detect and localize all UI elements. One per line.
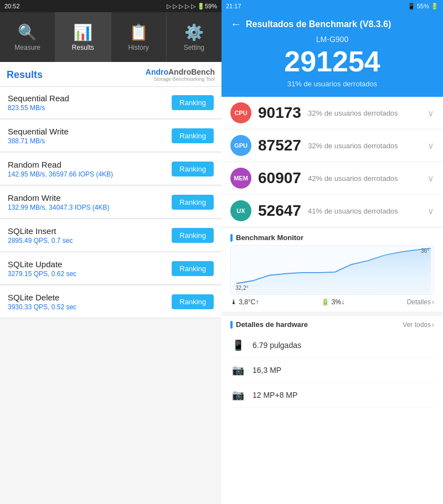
benchmark-item: SQLite Delete 3930.33 QPS, 0.52 sec Rank… <box>0 286 222 318</box>
chevron-down-icon: ∨ <box>427 108 434 118</box>
benchmark-item-value: 823.55 MB/s <box>8 104 69 112</box>
ranking-button[interactable]: Ranking <box>172 195 214 210</box>
ver-todos-link[interactable]: Ver todos › <box>403 321 434 329</box>
benchmark-item: Random Read 142.95 MB/s, 36597.66 IOPS (… <box>0 153 222 185</box>
benchmark-item-name: Sequential Read <box>8 93 69 103</box>
benchmark-item-info: Random Read 142.95 MB/s, 36597.66 IOPS (… <box>8 160 113 178</box>
monitor-section: Benchmark Monitor 32,2° 36° 🌡 3,8°C↑ 🔋 3… <box>222 227 443 311</box>
score-number: 90173 <box>258 104 308 122</box>
hardware-header: Detalles de hardware Ver todos › <box>230 320 434 329</box>
results-header: Results AndroAndroBench Storage Benchmar… <box>0 62 222 87</box>
hardware-section: Detalles de hardware Ver todos › 📱 6.79 … <box>222 311 443 411</box>
benchmark-item-name: Sequential Write <box>8 127 69 136</box>
time-left: 20:52 <box>4 3 20 9</box>
battery-stat: 🔋 3%↓ <box>321 298 344 306</box>
nav-tabs: 🔍 Measure 📊 Results 📋 History ⚙️ Setting <box>0 12 222 62</box>
chevron-down-icon: ∨ <box>427 173 434 184</box>
hardware-item: 📷 16,3 MP <box>230 358 434 383</box>
chart-start-label: 32,2° <box>235 285 248 291</box>
tab-history[interactable]: 📋 History <box>111 12 167 62</box>
hardware-item-icon: 📷 <box>230 362 246 378</box>
detalles-chevron-icon: › <box>432 298 434 306</box>
results-icon: 📊 <box>73 23 92 41</box>
score-row[interactable]: GPU 87527 32% de usuarios derrotados ∨ <box>222 129 443 162</box>
status-bar-right: 21:17 📱 55% 🔋 <box>222 0 443 12</box>
score-badge-gpu: GPU <box>230 135 251 156</box>
benchmark-item-info: SQLite Update 3279.15 QPS, 0.62 sec <box>8 259 76 278</box>
benchmark-item: Random Write 132.99 MB/s, 34047.3 IOPS (… <box>0 186 222 219</box>
detalles-link[interactable]: Detalles › <box>407 298 434 306</box>
score-number: 60907 <box>258 169 308 187</box>
benchmark-item-name: SQLite Delete <box>8 293 76 302</box>
logo-text: AndroAndroBench <box>146 67 215 76</box>
tab-setting[interactable]: ⚙️ Setting <box>167 12 222 62</box>
ranking-button[interactable]: Ranking <box>172 128 214 143</box>
benchmark-item-info: Random Write 132.99 MB/s, 34047.3 IOPS (… <box>8 193 109 211</box>
score-row[interactable]: CPU 90173 32% de usuarios derrotados ∨ <box>222 97 443 129</box>
history-icon: 📋 <box>129 23 148 41</box>
score-badge-ux: UX <box>230 200 251 221</box>
score-row[interactable]: MEM 60907 42% de usuarios derrotados ∨ <box>222 162 443 195</box>
benchmark-item-info: Sequential Read 823.55 MB/s <box>8 93 69 112</box>
monitor-title: Benchmark Monitor <box>230 233 434 242</box>
chevron-down-icon: ∨ <box>427 141 434 151</box>
hardware-item-icon: 📷 <box>230 387 246 403</box>
hardware-item: 📱 6.79 pulgadas <box>230 333 434 358</box>
score-pct: 41% de usuarios derrotados <box>308 207 427 215</box>
benchmark-item: Sequential Read 823.55 MB/s Ranking <box>0 87 222 119</box>
benchmark-item-name: SQLite Insert <box>8 226 73 236</box>
right-panel: 21:17 📱 55% 🔋 ← Resultados de Benchmark … <box>222 0 443 504</box>
chart-end-label: 36° <box>421 248 429 254</box>
benchmark-item-value: 388.71 MB/s <box>8 137 69 145</box>
hardware-item-icon: 📱 <box>230 337 246 353</box>
tab-history-label: History <box>128 44 148 51</box>
score-badge-cpu: CPU <box>230 102 251 123</box>
back-button[interactable]: ← <box>230 18 241 30</box>
antutu-header-top: ← Resultados de Benchmark (V8.3.6) <box>230 18 434 30</box>
tab-results-label: Results <box>72 44 94 51</box>
benchmark-item-value: 3930.33 QPS, 0.52 sec <box>8 303 76 311</box>
hardware-title: Detalles de hardware <box>230 320 308 329</box>
total-score: 291254 <box>230 46 434 77</box>
svg-marker-0 <box>236 248 431 294</box>
benchmark-item-name: Random Write <box>8 193 109 202</box>
monitor-stats: 🌡 3,8°C↑ 🔋 3%↓ Detalles › <box>230 295 434 308</box>
benchmark-item: Sequential Write 388.71 MB/s Ranking <box>0 120 222 152</box>
hardware-item-text: 12 MP+8 MP <box>253 391 297 399</box>
tab-setting-label: Setting <box>184 44 204 51</box>
hardware-item-text: 6.79 pulgadas <box>253 341 301 350</box>
antutu-header: ← Resultados de Benchmark (V8.3.6) LM-G9… <box>222 12 443 97</box>
benchmark-list: Sequential Read 823.55 MB/s Ranking Sequ… <box>0 87 222 504</box>
ver-todos-chevron-icon: › <box>432 321 434 329</box>
score-pct: 42% de usuarios derrotados <box>308 174 427 183</box>
score-pct: 32% de usuarios derrotados <box>308 109 427 117</box>
chart-area: 32,2° 36° <box>230 245 434 295</box>
score-number: 52647 <box>258 202 308 220</box>
benchmark-item-value: 2895.49 QPS, 0.7 sec <box>8 237 73 245</box>
score-number: 87527 <box>258 137 308 154</box>
ranking-button[interactable]: Ranking <box>172 162 214 176</box>
tab-measure[interactable]: 🔍 Measure <box>0 12 55 62</box>
antutu-header-title: Resultados de Benchmark (V8.3.6) <box>246 19 391 29</box>
left-panel: 20:52 ▷ ▷ ▷ ▷ ▷ 🔋59% 🔍 Measure 📊 Results… <box>0 0 222 504</box>
score-pct: 32% de usuarios derrotados <box>308 142 427 150</box>
temp-stat: 🌡 3,8°C↑ <box>230 298 259 306</box>
score-badge-mem: MEM <box>230 168 251 189</box>
results-title: Results <box>7 69 43 81</box>
benchmark-item: SQLite Update 3279.15 QPS, 0.62 sec Rank… <box>0 253 222 285</box>
logo-sub: Storage Benchmarking Tool <box>154 76 215 82</box>
ranking-button[interactable]: Ranking <box>172 95 214 110</box>
device-name: LM-G900 <box>230 35 434 44</box>
ranking-button[interactable]: Ranking <box>172 261 214 276</box>
benchmark-item-name: SQLite Update <box>8 259 76 269</box>
score-row[interactable]: UX 52647 41% de usuarios derrotados ∨ <box>222 195 443 227</box>
score-sections: CPU 90173 32% de usuarios derrotados ∨ G… <box>222 97 443 227</box>
ranking-button[interactable]: Ranking <box>172 228 214 243</box>
status-bar-left: 20:52 ▷ ▷ ▷ ▷ ▷ 🔋59% <box>0 0 222 12</box>
tab-measure-label: Measure <box>14 44 40 51</box>
ranking-button[interactable]: Ranking <box>172 294 214 309</box>
benchmark-item-value: 142.95 MB/s, 36597.66 IOPS (4KB) <box>8 170 113 178</box>
tab-results[interactable]: 📊 Results <box>55 12 111 62</box>
benchmark-item: SQLite Insert 2895.49 QPS, 0.7 sec Ranki… <box>0 220 222 252</box>
measure-icon: 🔍 <box>18 23 37 41</box>
